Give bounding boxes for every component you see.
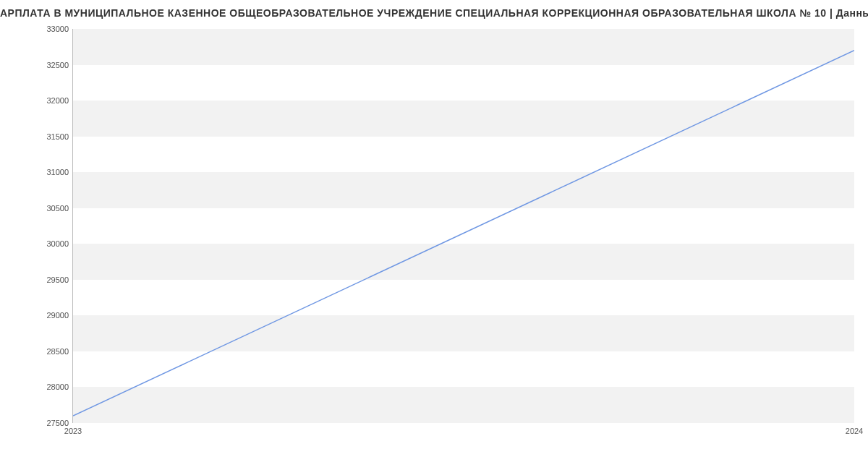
- plot-area: 2750028000285002900029500300003050031000…: [72, 29, 854, 423]
- y-tick-label: 29500: [33, 275, 69, 284]
- y-tick-label: 30000: [33, 239, 69, 248]
- salary-chart: АРПЛАТА В МУНИЦИПАЛЬНОЕ КАЗЕННОЕ ОБЩЕОБР…: [0, 0, 868, 470]
- series-line: [73, 51, 854, 416]
- series-layer: [73, 29, 854, 423]
- y-tick-label: 29000: [33, 311, 69, 320]
- y-tick-label: 31500: [33, 132, 69, 141]
- chart-title: АРПЛАТА В МУНИЦИПАЛЬНОЕ КАЗЕННОЕ ОБЩЕОБР…: [0, 7, 868, 19]
- y-tick-label: 28000: [33, 383, 69, 391]
- x-tick-label: 2023: [64, 427, 82, 435]
- y-tick-label: 30500: [33, 204, 69, 213]
- y-tick-label: 32000: [33, 96, 69, 105]
- y-tick-label: 27500: [33, 419, 69, 427]
- x-tick-label: 2024: [846, 427, 863, 435]
- y-tick-label: 32500: [33, 61, 69, 69]
- y-tick-label: 33000: [33, 25, 69, 33]
- y-tick-label: 28500: [33, 347, 69, 356]
- y-tick-label: 31000: [33, 168, 69, 176]
